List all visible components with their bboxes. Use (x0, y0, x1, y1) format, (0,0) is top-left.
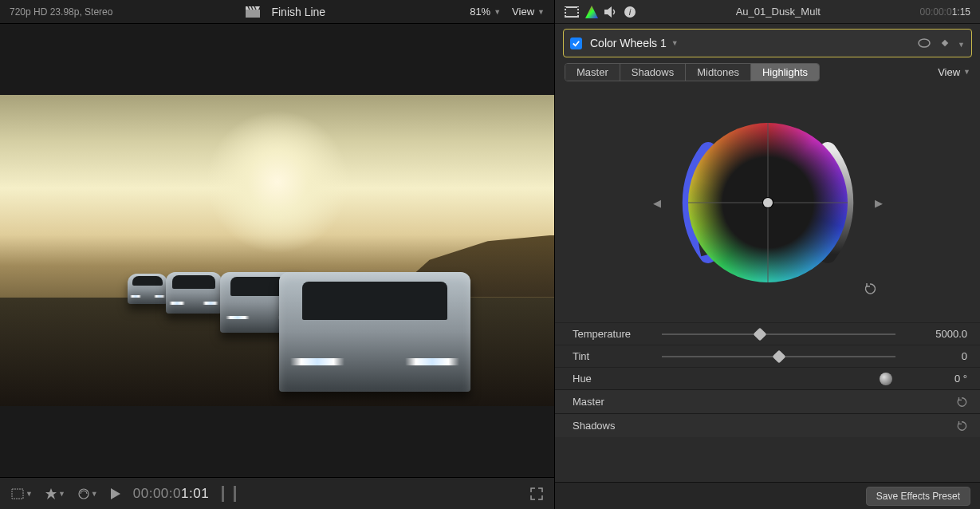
param-temperature: Temperature 5000.0 (555, 322, 980, 345)
viewer-canvas[interactable] (0, 24, 554, 477)
inspector-timecode: 00:00:01:15 (920, 6, 970, 18)
clapper-icon[interactable] (246, 6, 260, 18)
section-shadows[interactable]: Shadows (555, 413, 980, 437)
svg-rect-9 (577, 10, 579, 12)
master-reset-icon[interactable] (956, 397, 967, 408)
view-dropdown[interactable]: View▼ (512, 6, 545, 18)
temperature-label: Temperature (573, 328, 652, 340)
inspector-view-dropdown[interactable]: View▼ (938, 66, 970, 78)
svg-rect-10 (577, 14, 579, 15)
hue-value[interactable]: 0 ° (911, 373, 967, 385)
inspector-header: i Au_01_Dusk_Mult 00:00:01:15 (555, 0, 980, 24)
svg-rect-8 (577, 7, 579, 9)
info-inspector-icon[interactable]: i (624, 6, 636, 18)
shadows-reset-icon[interactable] (956, 420, 967, 432)
audio-meter-icon (222, 486, 236, 502)
correction-name-dropdown[interactable]: Color Wheels 1▼ (590, 37, 679, 49)
video-inspector-icon[interactable] (565, 6, 579, 18)
video-frame (0, 95, 554, 406)
clip-appearance-dropdown[interactable]: ▼ (11, 488, 33, 499)
keyframe-menu-chevron-icon[interactable]: ▼ (958, 37, 965, 49)
mask-icon[interactable] (916, 37, 932, 49)
correction-bar: Color Wheels 1▼ ▼ (563, 29, 972, 57)
inspector-clip-name: Au_01_Dusk_Mult (736, 6, 821, 18)
svg-rect-4 (566, 8, 577, 16)
svg-point-13 (919, 39, 930, 47)
hue-dial[interactable] (880, 373, 892, 385)
hue-label: Hue (573, 373, 652, 385)
format-label: 720p HD 23.98p, Stereo (10, 6, 112, 18)
tab-shadows[interactable]: Shadows (620, 64, 686, 81)
color-wheel-puck[interactable] (763, 198, 773, 207)
color-wheel-area: ◀ ▶ (555, 83, 980, 322)
svg-rect-6 (565, 10, 566, 12)
svg-rect-1 (12, 489, 23, 499)
svg-rect-5 (565, 7, 566, 9)
zoom-dropdown[interactable]: 81%▼ (470, 6, 501, 18)
viewer-header: 720p HD 23.98p, Stereo Finish Line 81%▼ … (0, 0, 554, 24)
tint-value[interactable]: 0 (911, 350, 967, 362)
tint-slider[interactable] (662, 356, 895, 357)
transport-bar: ▼ ▼ ▼ 00:00:01:01 (0, 477, 554, 509)
color-inspector-icon[interactable] (585, 6, 598, 18)
saturation-slider-handle[interactable]: ◀ (653, 197, 661, 209)
tab-highlights[interactable]: Highlights (751, 64, 819, 81)
brightness-slider-handle[interactable]: ▶ (875, 197, 883, 209)
effects-dropdown[interactable]: ▼ (45, 488, 65, 499)
inspector-footer: Save Effects Preset (555, 482, 980, 509)
clip-title: Finish Line (271, 6, 325, 18)
play-button[interactable] (111, 488, 120, 499)
correction-enable-checkbox[interactable] (570, 37, 582, 49)
svg-rect-14 (942, 40, 948, 46)
param-tint: Tint 0 (555, 345, 980, 367)
save-effects-preset-button[interactable]: Save Effects Preset (866, 487, 970, 506)
param-hue: Hue 0 ° (555, 367, 980, 389)
temperature-value[interactable]: 5000.0 (911, 328, 967, 340)
tint-label: Tint (573, 350, 652, 362)
tab-midtones[interactable]: Midtones (686, 64, 751, 81)
tab-master[interactable]: Master (565, 64, 620, 81)
timecode-display[interactable]: 00:00:01:01 (133, 486, 209, 502)
fullscreen-button[interactable] (530, 487, 543, 500)
retime-dropdown[interactable]: ▼ (78, 488, 98, 499)
svg-rect-0 (246, 10, 260, 18)
temperature-slider[interactable] (662, 333, 895, 335)
svg-rect-7 (565, 14, 566, 15)
wheel-reset-icon[interactable] (864, 282, 876, 295)
wheel-tabs: Master Shadows Midtones Highlights View▼ (555, 61, 980, 83)
section-master[interactable]: Master (555, 389, 980, 413)
keyframe-icon[interactable] (940, 38, 950, 48)
audio-inspector-icon[interactable] (604, 6, 617, 18)
